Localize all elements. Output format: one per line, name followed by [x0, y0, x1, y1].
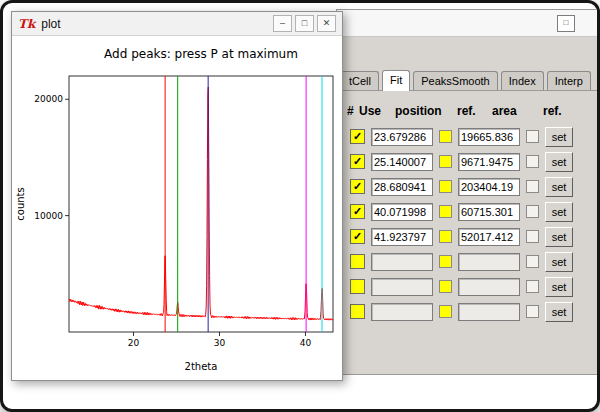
tab-interp[interactable]: Interp [547, 71, 591, 90]
position-ref-checkbox[interactable] [439, 305, 452, 318]
area-field[interactable] [458, 128, 520, 146]
area-ref-checkbox[interactable] [526, 280, 539, 293]
use-checkbox[interactable] [350, 304, 365, 319]
position-field[interactable] [371, 203, 433, 221]
svg-text:Add peaks: press P at maximum: Add peaks: press P at maximum [104, 47, 298, 61]
xrd-chart: Add peaks: press P at maximum10000200002… [12, 36, 342, 380]
peak-row: set [337, 299, 600, 324]
peak-row: ✓set [337, 124, 600, 149]
position-field[interactable] [371, 253, 433, 271]
header-area-ref: ref. [543, 104, 562, 118]
area-ref-checkbox[interactable] [526, 155, 539, 168]
tab-unitcell[interactable]: tCell [341, 71, 379, 90]
position-field[interactable] [371, 228, 433, 246]
set-button[interactable]: set [545, 127, 573, 147]
set-button[interactable]: set [545, 277, 573, 297]
area-field[interactable] [458, 303, 520, 321]
area-ref-checkbox[interactable] [526, 205, 539, 218]
position-field[interactable] [371, 303, 433, 321]
header-position: position [395, 104, 442, 118]
window-controls: – □ ✕ [273, 15, 336, 32]
position-field[interactable] [371, 178, 433, 196]
main-window-titlebar: □ [337, 10, 600, 37]
maximize-button[interactable]: □ [557, 15, 575, 32]
header-area: area [492, 104, 517, 118]
plot-window-title: plot [41, 17, 60, 31]
svg-text:30: 30 [214, 338, 226, 348]
svg-text:counts: counts [15, 187, 26, 220]
position-ref-checkbox[interactable] [439, 180, 452, 193]
use-checkbox[interactable]: ✓ [350, 204, 365, 219]
peak-row: set [337, 274, 600, 299]
use-checkbox[interactable]: ✓ [350, 154, 365, 169]
position-ref-checkbox[interactable] [439, 230, 452, 243]
use-checkbox[interactable]: ✓ [350, 129, 365, 144]
use-checkbox[interactable]: ✓ [350, 179, 365, 194]
area-ref-checkbox[interactable] [526, 305, 539, 318]
svg-text:10000: 10000 [34, 211, 63, 221]
area-field[interactable] [458, 153, 520, 171]
position-field[interactable] [371, 128, 433, 146]
peak-row: ✓set [337, 199, 600, 224]
set-button[interactable]: set [545, 152, 573, 172]
screenshot-frame: □ tCell Fit PeaksSmooth Index Interp # U… [0, 0, 600, 412]
svg-text:2theta: 2theta [185, 361, 218, 372]
use-checkbox[interactable]: ✓ [350, 229, 365, 244]
position-ref-checkbox[interactable] [439, 205, 452, 218]
position-ref-checkbox[interactable] [439, 155, 452, 168]
plot-window: Tk plot – □ ✕ Add peaks: press P at maxi… [11, 11, 343, 381]
area-ref-checkbox[interactable] [526, 130, 539, 143]
tk-icon: Tk [18, 17, 35, 31]
main-window: □ tCell Fit PeaksSmooth Index Interp # U… [336, 9, 600, 375]
position-field[interactable] [371, 153, 433, 171]
set-button[interactable]: set [545, 252, 573, 272]
peak-row: ✓set [337, 224, 600, 249]
area-field[interactable] [458, 253, 520, 271]
position-ref-checkbox[interactable] [439, 280, 452, 293]
table-header: # Use position ref. area ref. [337, 104, 600, 120]
header-number: # [347, 104, 354, 118]
header-position-ref: ref. [457, 104, 476, 118]
peak-row: ✓set [337, 149, 600, 174]
position-ref-checkbox[interactable] [439, 130, 452, 143]
use-checkbox[interactable] [350, 279, 365, 294]
position-field[interactable] [371, 278, 433, 296]
set-button[interactable]: set [545, 302, 573, 322]
header-use: Use [359, 104, 381, 118]
area-field[interactable] [458, 178, 520, 196]
maximize-button[interactable]: □ [295, 15, 314, 32]
area-ref-checkbox[interactable] [526, 255, 539, 268]
tab-index[interactable]: Index [501, 71, 544, 90]
minimize-button[interactable]: – [273, 15, 292, 32]
area-field[interactable] [458, 278, 520, 296]
area-ref-checkbox[interactable] [526, 180, 539, 193]
peak-row: ✓set [337, 174, 600, 199]
tab-strip: tCell Fit PeaksSmooth Index Interp [337, 67, 600, 91]
plot-window-titlebar[interactable]: Tk plot – □ ✕ [12, 12, 342, 36]
position-ref-checkbox[interactable] [439, 255, 452, 268]
svg-text:20: 20 [128, 338, 140, 348]
svg-text:40: 40 [300, 338, 312, 348]
svg-text:20000: 20000 [34, 94, 63, 104]
close-button[interactable]: ✕ [317, 15, 336, 32]
set-button[interactable]: set [545, 202, 573, 222]
area-field[interactable] [458, 203, 520, 221]
use-checkbox[interactable] [350, 254, 365, 269]
peak-table-rows: ✓set✓set✓set✓set✓setsetsetset [337, 124, 600, 324]
tab-peakssmooth[interactable]: PeaksSmooth [413, 71, 497, 90]
set-button[interactable]: set [545, 227, 573, 247]
set-button[interactable]: set [545, 177, 573, 197]
area-ref-checkbox[interactable] [526, 230, 539, 243]
area-field[interactable] [458, 228, 520, 246]
peak-row: set [337, 249, 600, 274]
tab-fit[interactable]: Fit [382, 70, 410, 91]
